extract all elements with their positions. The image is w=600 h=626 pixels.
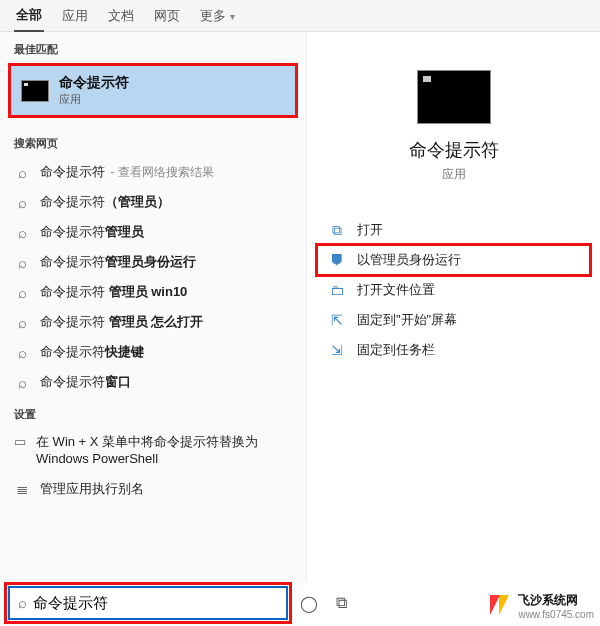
- web-result-prefix: 命令提示符: [40, 344, 105, 359]
- watermark: 飞沙系统网 www.fs0745.com: [490, 592, 594, 620]
- web-result-bold: 窗口: [105, 374, 131, 389]
- tab-more-label: 更多: [200, 7, 226, 25]
- results-panel: 最佳匹配 命令提示符 应用 搜索网页 命令提示符 - 查看网络搜索结果: [0, 32, 306, 582]
- web-result-prefix: 命令提示符: [40, 254, 105, 269]
- action-open[interactable]: ⧉ 打开: [317, 215, 590, 245]
- action-label: 固定到"开始"屏幕: [357, 311, 457, 329]
- web-result[interactable]: 命令提示符（管理员）: [0, 187, 306, 217]
- detail-panel: 命令提示符 应用 ⧉ 打开 ⛊ 以管理员身份运行 🗀 打开文件位置: [306, 32, 600, 582]
- web-result[interactable]: 命令提示符 - 查看网络搜索结果: [0, 157, 306, 187]
- open-icon: ⧉: [329, 222, 345, 238]
- section-settings: 设置: [0, 397, 306, 428]
- tab-docs[interactable]: 文档: [106, 5, 136, 31]
- list-icon: [14, 480, 30, 498]
- detail-subtitle: 应用: [442, 166, 466, 183]
- cmd-icon: [21, 80, 49, 102]
- tab-apps[interactable]: 应用: [60, 5, 90, 31]
- search-box[interactable]: [8, 586, 288, 620]
- search-icon: [14, 254, 30, 271]
- search-icon: [14, 224, 30, 241]
- web-result[interactable]: 命令提示符快捷键: [0, 337, 306, 367]
- web-result-bold: 管理员: [105, 224, 144, 239]
- window-icon: [14, 434, 26, 449]
- action-pin-taskbar[interactable]: ⇲ 固定到任务栏: [317, 335, 590, 365]
- action-label: 固定到任务栏: [357, 341, 435, 359]
- section-best-match: 最佳匹配: [0, 32, 306, 63]
- search-icon: [14, 164, 30, 181]
- search-icon: [18, 594, 27, 612]
- web-result-prefix: 命令提示符: [40, 314, 105, 329]
- action-run-as-admin[interactable]: ⛊ 以管理员身份运行: [317, 245, 590, 275]
- web-result-prefix: 命令提示符: [40, 374, 105, 389]
- action-label: 打开文件位置: [357, 281, 435, 299]
- tab-web[interactable]: 网页: [152, 5, 182, 31]
- web-result-prefix: 命令提示符: [40, 284, 105, 299]
- action-list: ⧉ 打开 ⛊ 以管理员身份运行 🗀 打开文件位置 ⇱ 固定到"开始"屏幕: [307, 215, 600, 365]
- best-match-subtitle: 应用: [59, 92, 129, 107]
- pin-icon: ⇱: [329, 312, 345, 328]
- web-result-bold: 快捷键: [105, 344, 144, 359]
- chevron-down-icon: [230, 8, 235, 23]
- best-match-item[interactable]: 命令提示符 应用: [11, 66, 295, 115]
- web-result-bold: 管理员身份运行: [105, 254, 196, 269]
- cortana-icon[interactable]: ◯: [298, 594, 320, 613]
- action-open-location[interactable]: 🗀 打开文件位置: [317, 275, 590, 305]
- app-large-icon: [417, 70, 491, 124]
- action-pin-start[interactable]: ⇱ 固定到"开始"屏幕: [317, 305, 590, 335]
- admin-icon: ⛊: [329, 252, 345, 268]
- action-label: 打开: [357, 221, 383, 239]
- search-icon: [14, 314, 30, 331]
- pin-icon: ⇲: [329, 342, 345, 358]
- web-result-bold: （管理员）: [105, 194, 170, 209]
- watermark-url: www.fs0745.com: [518, 609, 594, 620]
- settings-result[interactable]: 在 Win + X 菜单中将命令提示符替换为 Windows PowerShel…: [0, 428, 306, 474]
- watermark-name: 飞沙系统网: [518, 592, 594, 609]
- tab-all[interactable]: 全部: [14, 4, 44, 32]
- web-result[interactable]: 命令提示符管理员: [0, 217, 306, 247]
- web-result-bold: 管理员 怎么打开: [105, 314, 203, 329]
- web-result-prefix: 命令提示符: [40, 194, 105, 209]
- detail-title: 命令提示符: [409, 138, 499, 162]
- task-view-icon[interactable]: ⧉: [330, 594, 352, 612]
- search-input[interactable]: [33, 595, 278, 612]
- web-result[interactable]: 命令提示符 管理员 怎么打开: [0, 307, 306, 337]
- settings-result[interactable]: 管理应用执行别名: [0, 474, 306, 504]
- best-match-title: 命令提示符: [59, 74, 129, 92]
- action-label: 以管理员身份运行: [357, 251, 461, 269]
- web-result-prefix: 命令提示符: [40, 164, 105, 179]
- best-match-highlight: 命令提示符 应用: [8, 63, 298, 118]
- web-result[interactable]: 命令提示符 管理员 win10: [0, 277, 306, 307]
- web-result-prefix: 命令提示符: [40, 224, 105, 239]
- section-web: 搜索网页: [0, 126, 306, 157]
- folder-icon: 🗀: [329, 282, 345, 298]
- search-icon: [14, 374, 30, 391]
- web-result-bold: 管理员 win10: [105, 284, 187, 299]
- filter-tabs: 全部 应用 文档 网页 更多: [0, 0, 600, 32]
- watermark-logo-icon: [490, 595, 512, 617]
- web-result[interactable]: 命令提示符窗口: [0, 367, 306, 397]
- search-icon: [14, 194, 30, 211]
- search-icon: [14, 284, 30, 301]
- web-result[interactable]: 命令提示符管理员身份运行: [0, 247, 306, 277]
- tab-more[interactable]: 更多: [198, 5, 237, 31]
- settings-result-text: 在 Win + X 菜单中将命令提示符替换为 Windows PowerShel…: [36, 434, 292, 468]
- web-result-hint: - 查看网络搜索结果: [107, 165, 214, 179]
- settings-result-text: 管理应用执行别名: [40, 480, 144, 498]
- search-icon: [14, 344, 30, 361]
